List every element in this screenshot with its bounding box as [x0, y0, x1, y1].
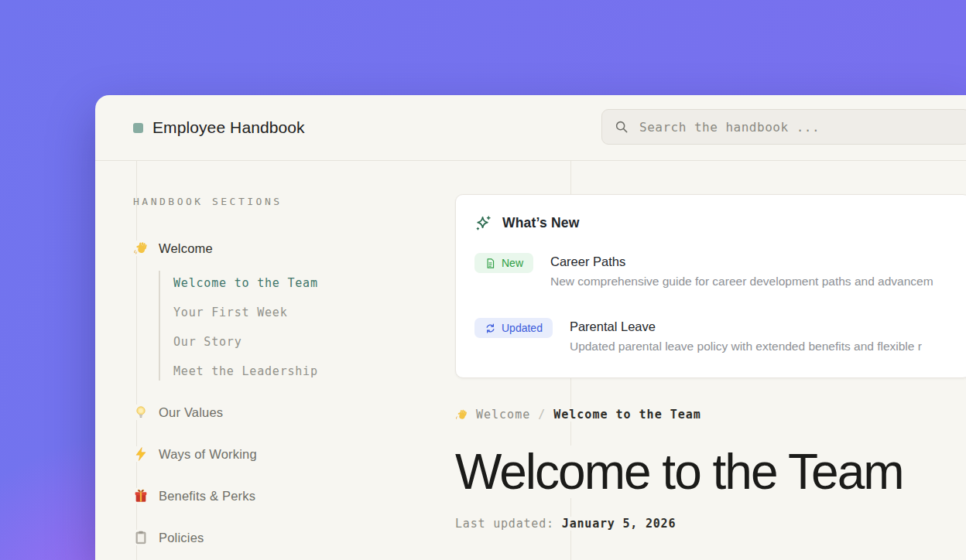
breadcrumb: Welcome / Welcome to the Team [455, 408, 712, 422]
refresh-icon [485, 323, 496, 334]
search-box[interactable] [601, 109, 966, 145]
sparkles-icon [474, 214, 492, 232]
whats-new-item-title: Parental Leave [570, 319, 922, 334]
sidebar-subitem-welcome-to-the-team[interactable]: Welcome to the Team [173, 275, 318, 291]
badge-label: New [502, 257, 523, 269]
page-title: Welcome to the Team [455, 446, 916, 498]
search-icon [615, 120, 629, 134]
whats-new-item-career-paths[interactable]: New Career Paths New comprehensive guide… [474, 253, 933, 289]
breadcrumb-section[interactable]: Welcome [476, 408, 530, 422]
whats-new-item-parental-leave[interactable]: Updated Parental Leave Updated parental … [474, 318, 922, 353]
whats-new-title: What’s New [502, 215, 580, 231]
desktop-background: Employee Handbook HANDBOOK SECTIONS [0, 0, 966, 560]
sub-items-rail [159, 271, 160, 381]
app-window: Employee Handbook HANDBOOK SECTIONS [95, 95, 966, 560]
sidebar-item-label: Benefits & Perks [159, 489, 255, 504]
badge-label: Updated [502, 322, 543, 334]
clipboard-icon [133, 530, 149, 545]
sidebar-item-label: Our Values [159, 405, 223, 420]
whats-new-item-title: Career Paths [550, 254, 933, 269]
waving-hand-icon [133, 241, 149, 256]
whats-new-item-description: Updated parental leave policy with exten… [570, 340, 922, 353]
whats-new-item-text: Parental Leave Updated parental leave po… [570, 319, 922, 353]
sidebar-item-label: Welcome [159, 241, 213, 256]
logo-square-icon [133, 123, 143, 133]
lightning-bolt-icon [133, 446, 149, 462]
breadcrumb-current-page: Welcome to the Team [553, 408, 701, 422]
sidebar-heading: HANDBOOK SECTIONS [133, 196, 283, 207]
sidebar-subitem-meet-the-leadership[interactable]: Meet the Leadership [173, 364, 318, 379]
last-updated: Last updated:January 5, 2026 [455, 517, 687, 531]
last-updated-value: January 5, 2026 [562, 517, 676, 531]
lightbulb-icon [133, 405, 149, 420]
whats-new-item-text: Career Paths New comprehensive guide for… [550, 254, 933, 289]
whats-new-header: What’s New [474, 214, 580, 232]
whats-new-card: What’s New New Career Paths New comprehe… [455, 194, 966, 378]
sidebar-item-label: Ways of Working [159, 447, 257, 462]
new-badge: New [474, 253, 533, 273]
sidebar-item-policies[interactable]: Policies [133, 528, 204, 547]
sidebar-subitem-your-first-week[interactable]: Your First Week [173, 305, 287, 320]
sidebar-item-ways-of-working[interactable]: Ways of Working [133, 445, 257, 463]
app-header: Employee Handbook [95, 95, 966, 161]
gift-icon [133, 488, 149, 504]
last-updated-label: Last updated: [455, 517, 554, 531]
sidebar-item-our-values[interactable]: Our Values [133, 403, 223, 422]
whats-new-item-description: New comprehensive guide for career devel… [550, 275, 933, 289]
sidebar-item-label: Policies [159, 531, 204, 545]
document-icon [485, 258, 496, 269]
updated-badge: Updated [474, 318, 553, 338]
waving-hand-icon [455, 408, 468, 422]
app-title: Employee Handbook [152, 118, 305, 137]
sidebar-item-welcome[interactable]: Welcome [133, 239, 213, 258]
breadcrumb-separator: / [538, 408, 546, 422]
sidebar-subitem-our-story[interactable]: Our Story [173, 334, 242, 350]
brand: Employee Handbook [133, 95, 305, 160]
sidebar-item-benefits-perks[interactable]: Benefits & Perks [133, 487, 255, 505]
search-input[interactable] [638, 119, 957, 135]
